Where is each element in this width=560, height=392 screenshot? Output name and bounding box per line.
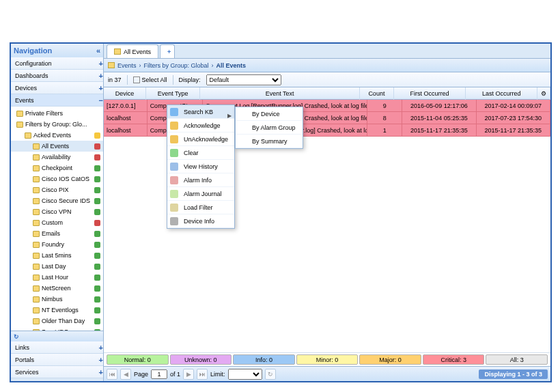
pager-next[interactable]: ▶ bbox=[183, 369, 194, 380]
ctx-by-device[interactable]: By Device bbox=[236, 107, 303, 121]
folder-icon bbox=[108, 62, 115, 68]
pager-page-input[interactable] bbox=[151, 369, 167, 379]
tab-all-events[interactable]: All Events bbox=[107, 44, 158, 58]
tree-filters-group[interactable]: Filters by Group: Glo... bbox=[11, 119, 103, 130]
ctx-alarm-journal[interactable]: Alarm Journal bbox=[167, 187, 234, 201]
status-badge bbox=[94, 187, 100, 193]
sidebar-label: Events bbox=[15, 94, 34, 107]
status-badge bbox=[94, 165, 100, 171]
refresh-icon[interactable]: ↻ bbox=[14, 333, 19, 340]
status-badge bbox=[94, 285, 100, 292]
status-badge bbox=[94, 318, 100, 324]
status-major[interactable]: Major: 0 bbox=[359, 354, 421, 365]
folder-icon bbox=[114, 48, 121, 55]
ctx-alarm-info[interactable]: Alarm Info bbox=[167, 173, 234, 187]
tree-item[interactable]: Availability bbox=[11, 152, 103, 163]
tree-item[interactable]: Checkpoint bbox=[11, 163, 103, 173]
ctx-load-filter[interactable]: Load Filter bbox=[167, 201, 234, 214]
status-unknown[interactable]: Unknown: 0 bbox=[170, 354, 232, 365]
nav-title: Navigation bbox=[14, 44, 52, 57]
folder-icon bbox=[33, 154, 40, 160]
tree-item[interactable]: Cisco IOS CatOS bbox=[11, 173, 103, 184]
tree-item[interactable]: Custom bbox=[11, 217, 103, 228]
folder-icon bbox=[33, 242, 40, 248]
th-type[interactable]: Event Type bbox=[146, 87, 200, 100]
sidebar-item-configuration[interactable]: Configuration+ bbox=[11, 57, 103, 70]
status-badge bbox=[94, 264, 100, 270]
clear-icon bbox=[170, 149, 178, 157]
sidebar-item-links[interactable]: Links+ bbox=[11, 341, 103, 354]
tree-private-filters[interactable]: Private Filters bbox=[11, 108, 103, 119]
collapse-icon[interactable]: « bbox=[96, 44, 100, 57]
nav-header[interactable]: Navigation « bbox=[11, 44, 103, 57]
tree-item[interactable]: Foundry bbox=[11, 239, 103, 250]
crumb-events[interactable]: Events bbox=[117, 59, 137, 72]
status-critical[interactable]: Critical: 3 bbox=[423, 354, 485, 365]
status-badge bbox=[94, 154, 100, 160]
th-last[interactable]: Last Occurred bbox=[466, 87, 537, 100]
plus-icon: + bbox=[99, 354, 103, 366]
tabstrip: All Events + bbox=[104, 44, 550, 59]
history-icon bbox=[170, 163, 178, 171]
tree-item[interactable]: NetScreen bbox=[11, 283, 103, 294]
status-badge bbox=[94, 132, 100, 139]
tree-item[interactable]: Cisco PIX bbox=[11, 184, 103, 195]
device-icon bbox=[170, 217, 178, 225]
ctx-by-summary[interactable]: By Summary bbox=[236, 135, 303, 148]
folder-icon bbox=[33, 275, 40, 281]
sidebar-item-portals[interactable]: Portals+ bbox=[11, 354, 103, 366]
status-info[interactable]: Info: 0 bbox=[233, 354, 295, 365]
ctx-by-group[interactable]: By Alarm Group bbox=[236, 121, 303, 135]
tree-item[interactable]: Older Than Day bbox=[11, 316, 103, 326]
folder-icon bbox=[33, 318, 40, 324]
ctx-search-kb[interactable]: Search KB▶ bbox=[167, 105, 234, 119]
status-normal[interactable]: Normal: 0 bbox=[107, 354, 169, 365]
th-device[interactable]: Device bbox=[104, 87, 146, 100]
folder-icon bbox=[33, 143, 40, 150]
tree-item[interactable]: Emails bbox=[11, 228, 103, 239]
journal-icon bbox=[170, 190, 178, 198]
pager-refresh[interactable]: ↻ bbox=[265, 369, 276, 380]
select-all-button[interactable]: Select All bbox=[133, 72, 167, 87]
tab-add[interactable]: + bbox=[160, 44, 175, 58]
sidebar-label: Dashboards bbox=[15, 70, 48, 82]
pager-limit[interactable] bbox=[228, 369, 262, 380]
pager-last[interactable]: ⏭ bbox=[197, 369, 208, 380]
th-text[interactable]: Event Text bbox=[200, 87, 360, 100]
sidebar-item-services[interactable]: Services+ bbox=[11, 366, 103, 378]
tree-item[interactable]: Last Day bbox=[11, 261, 103, 272]
crumb-current: All Events bbox=[216, 59, 247, 72]
search-icon bbox=[170, 108, 178, 116]
info-icon bbox=[170, 176, 178, 184]
folder-icon bbox=[33, 220, 40, 226]
folder-icon bbox=[33, 198, 40, 204]
ctx-unacknowledge[interactable]: UnAcknowledge bbox=[167, 132, 234, 146]
tree-item[interactable]: Cisco VPN bbox=[11, 206, 103, 217]
sidebar-item-events[interactable]: Events− bbox=[11, 94, 103, 107]
th-count[interactable]: Count bbox=[360, 87, 394, 100]
tree-item[interactable]: Cisco Secure IDS bbox=[11, 195, 103, 206]
pager-prev[interactable]: ◀ bbox=[120, 369, 131, 380]
tree-item[interactable]: Last Hour bbox=[11, 272, 103, 283]
ctx-acknowledge[interactable]: Acknowledge bbox=[167, 119, 234, 132]
tree-item[interactable]: NT Eventlogs bbox=[11, 305, 103, 316]
display-select[interactable]: Default bbox=[206, 74, 281, 85]
tree-acked[interactable]: Acked Events bbox=[11, 130, 103, 141]
th-first[interactable]: First Occurred bbox=[394, 87, 466, 100]
folder-icon bbox=[33, 296, 40, 303]
tree-all-events[interactable]: All Events bbox=[11, 141, 103, 152]
status-all[interactable]: All: 3 bbox=[486, 354, 548, 365]
ctx-clear[interactable]: Clear bbox=[167, 146, 234, 160]
status-minor[interactable]: Minor: 0 bbox=[296, 354, 359, 365]
tree-item[interactable]: Last 5mins bbox=[11, 250, 103, 261]
folder-icon bbox=[33, 285, 40, 292]
tree-item[interactable]: Nimbus bbox=[11, 294, 103, 305]
pager-first[interactable]: ⏮ bbox=[107, 369, 117, 380]
crumb-filters[interactable]: Filters by Group: Global bbox=[144, 59, 209, 72]
th-action[interactable]: ⚙ bbox=[537, 87, 550, 100]
sidebar-item-devices[interactable]: Devices+ bbox=[11, 82, 103, 94]
ctx-device-info[interactable]: Device Info bbox=[167, 214, 234, 228]
ctx-history[interactable]: View History bbox=[167, 160, 234, 173]
sidebar-item-dashboards[interactable]: Dashboards+ bbox=[11, 70, 103, 82]
status-badge bbox=[94, 275, 100, 281]
